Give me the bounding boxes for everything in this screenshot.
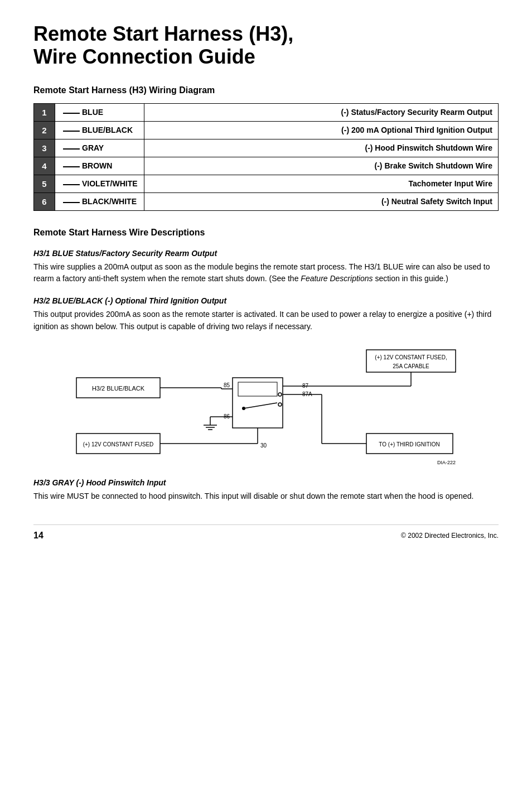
- row-number: 3: [34, 139, 55, 157]
- svg-point-19: [278, 393, 282, 396]
- svg-rect-16: [238, 382, 277, 396]
- wire-desc: (-) Brake Switch Shutdown Wire: [144, 157, 499, 175]
- wire-name: BLUE: [55, 103, 144, 121]
- svg-text:H3/2 BLUE/BLACK: H3/2 BLUE/BLACK: [92, 385, 145, 392]
- svg-text:(+) 12V CONSTANT FUSED,: (+) 12V CONSTANT FUSED,: [375, 354, 447, 360]
- wire-name: GRAY: [55, 139, 144, 157]
- wire-name: VIOLET/WHITE: [55, 175, 144, 192]
- description-entry: H3/2 BLUE/BLACK (-) Optional Third Ignit…: [33, 296, 499, 333]
- table-row: 4 BROWN (-) Brake Switch Shutdown Wire: [34, 157, 499, 175]
- description-entry: H3/3 GRAY (-) Hood Pinswitch Input This …: [33, 478, 499, 503]
- table-row: 2 BLUE/BLACK (-) 200 mA Optional Third I…: [34, 121, 499, 139]
- svg-text:86: 86: [224, 413, 230, 420]
- page-number: 14: [33, 531, 43, 541]
- svg-point-20: [278, 403, 282, 406]
- wire-name: BROWN: [55, 157, 144, 175]
- row-number: 1: [34, 103, 55, 121]
- entry-body: This wire MUST be connected to hood pins…: [33, 490, 499, 503]
- diagram-heading: Remote Start Harness (H3) Wiring Diagram: [33, 85, 499, 95]
- table-row: 6 BLACK/WHITE (-) Neutral Safety Switch …: [34, 192, 499, 210]
- svg-text:85: 85: [224, 382, 230, 388]
- wire-name: BLUE/BLACK: [55, 121, 144, 139]
- svg-text:30: 30: [260, 442, 267, 449]
- table-row: 3 GRAY (-) Hood Pinswitch Shutdown Wire: [34, 139, 499, 157]
- entry-body: This wire supplies a 200mA output as soo…: [33, 261, 499, 285]
- svg-text:(+) 12V CONSTANT FUSED: (+) 12V CONSTANT FUSED: [83, 441, 154, 447]
- wire-desc: (-) Neutral Safety Switch Input: [144, 192, 499, 210]
- descriptions-section: Remote Start Harness Wire Descriptions H…: [33, 228, 499, 333]
- footer: 14 © 2002 Directed Electronics, Inc.: [33, 524, 499, 541]
- relay-svg: H3/2 BLUE/BLACK (+) 12V CONSTANT FUSED, …: [71, 344, 461, 467]
- svg-text:TO (+) THIRD IGNITION: TO (+) THIRD IGNITION: [379, 441, 439, 447]
- entry-subtitle: H3/2 BLUE/BLACK (-) Optional Third Ignit…: [33, 296, 499, 305]
- row-number: 6: [34, 192, 55, 210]
- table-row: 1 BLUE (-) Status/Factory Security Rearm…: [34, 103, 499, 121]
- wire-desc: (-) Hood Pinswitch Shutdown Wire: [144, 139, 499, 157]
- row-number: 5: [34, 175, 55, 192]
- page-title: Remote Start Harness (H3), Wire Connecti…: [33, 22, 499, 69]
- entry-subtitle: H3/3 GRAY (-) Hood Pinswitch Input: [33, 478, 499, 487]
- entry-body: This output provides 200mA as soon as th…: [33, 309, 499, 333]
- description-entry: H3/1 BLUE Status/Factory Security Rearm …: [33, 249, 499, 285]
- wire-desc: (-) 200 mA Optional Third Ignition Outpu…: [144, 121, 499, 139]
- svg-point-18: [242, 407, 245, 410]
- copyright: © 2002 Directed Electronics, Inc.: [401, 532, 499, 540]
- relay-diagram: H3/2 BLUE/BLACK (+) 12V CONSTANT FUSED, …: [71, 344, 461, 467]
- wire-desc: Tachometer Input Wire: [144, 175, 499, 192]
- descriptions-heading: Remote Start Harness Wire Descriptions: [33, 228, 499, 238]
- svg-line-17: [244, 403, 277, 408]
- entry-subtitle: H3/1 BLUE Status/Factory Security Rearm …: [33, 249, 499, 258]
- svg-text:25A CAPABLE: 25A CAPABLE: [393, 363, 429, 369]
- wire-desc: (-) Status/Factory Security Rearm Output: [144, 103, 499, 121]
- row-number: 2: [34, 121, 55, 139]
- svg-text:DIA-222: DIA-222: [437, 460, 456, 465]
- table-row: 5 VIOLET/WHITE Tachometer Input Wire: [34, 175, 499, 192]
- wire-name: BLACK/WHITE: [55, 192, 144, 210]
- wiring-table: 1 BLUE (-) Status/Factory Security Rearm…: [33, 103, 499, 211]
- row-number: 4: [34, 157, 55, 175]
